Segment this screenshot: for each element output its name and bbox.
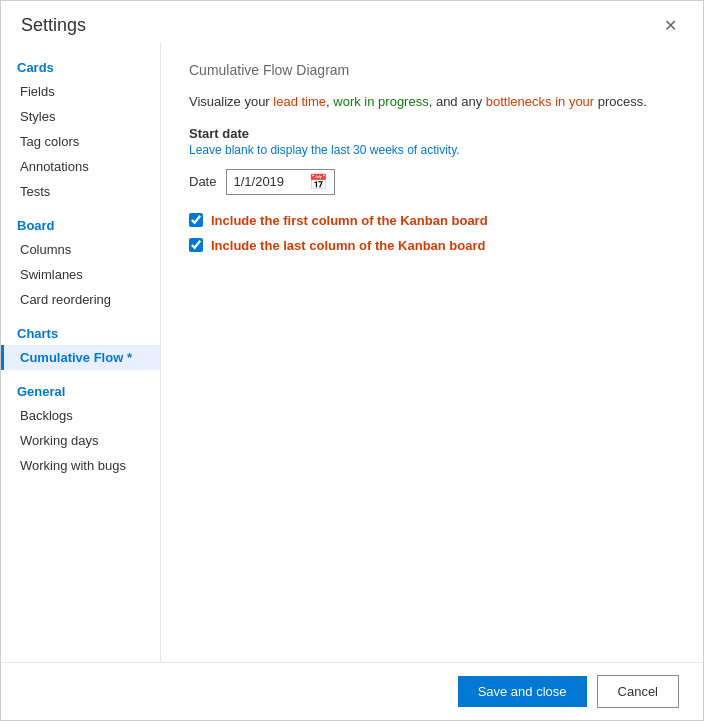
start-date-hint: Leave blank to display the last 30 weeks… [189, 143, 675, 157]
include-last-column-checkbox[interactable] [189, 238, 203, 252]
description-text: Visualize your lead time, work in progre… [189, 92, 675, 112]
close-button[interactable]: ✕ [658, 16, 683, 36]
sidebar-group-board[interactable]: Board [1, 210, 160, 237]
main-content: Cumulative Flow Diagram Visualize your l… [161, 42, 703, 662]
settings-dialog: Settings ✕ Cards Fields Styles Tag color… [0, 0, 704, 721]
include-first-column-label[interactable]: Include the first column of the Kanban b… [211, 213, 488, 228]
sidebar-item-backlogs[interactable]: Backlogs [1, 403, 160, 428]
calendar-icon[interactable]: 📅 [309, 173, 328, 191]
dialog-header: Settings ✕ [1, 1, 703, 42]
sidebar-item-working-with-bugs[interactable]: Working with bugs [1, 453, 160, 478]
date-row: Date 📅 [189, 169, 675, 195]
sidebar-item-annotations[interactable]: Annotations [1, 154, 160, 179]
sidebar-group-charts[interactable]: Charts [1, 318, 160, 345]
checkbox-row-first-column: Include the first column of the Kanban b… [189, 213, 675, 228]
sidebar-item-swimlanes[interactable]: Swimlanes [1, 262, 160, 287]
sidebar: Cards Fields Styles Tag colors Annotatio… [1, 42, 161, 662]
sidebar-item-tests[interactable]: Tests [1, 179, 160, 204]
section-title: Cumulative Flow Diagram [189, 62, 675, 78]
sidebar-item-styles[interactable]: Styles [1, 104, 160, 129]
sidebar-group-cards[interactable]: Cards [1, 52, 160, 79]
lead-time-text: lead time [273, 94, 326, 109]
cancel-button[interactable]: Cancel [597, 675, 679, 708]
work-in-progress-text: work in progress [333, 94, 428, 109]
start-date-label: Start date [189, 126, 675, 141]
dialog-body: Cards Fields Styles Tag colors Annotatio… [1, 42, 703, 662]
dialog-footer: Save and close Cancel [1, 662, 703, 720]
sidebar-item-columns[interactable]: Columns [1, 237, 160, 262]
checkbox-row-last-column: Include the last column of the Kanban bo… [189, 238, 675, 253]
sidebar-item-working-days[interactable]: Working days [1, 428, 160, 453]
sidebar-item-tag-colors[interactable]: Tag colors [1, 129, 160, 154]
save-and-close-button[interactable]: Save and close [458, 676, 587, 707]
sidebar-item-cumulative-flow[interactable]: Cumulative Flow * [1, 345, 160, 370]
sidebar-group-general[interactable]: General [1, 376, 160, 403]
date-input-wrapper[interactable]: 📅 [226, 169, 335, 195]
date-input[interactable] [233, 174, 303, 189]
include-first-column-checkbox[interactable] [189, 213, 203, 227]
date-label: Date [189, 174, 216, 189]
bottlenecks-text: bottlenecks in your [486, 94, 594, 109]
sidebar-item-card-reordering[interactable]: Card reordering [1, 287, 160, 312]
dialog-title: Settings [21, 15, 86, 36]
include-last-column-label[interactable]: Include the last column of the Kanban bo… [211, 238, 485, 253]
sidebar-item-fields[interactable]: Fields [1, 79, 160, 104]
